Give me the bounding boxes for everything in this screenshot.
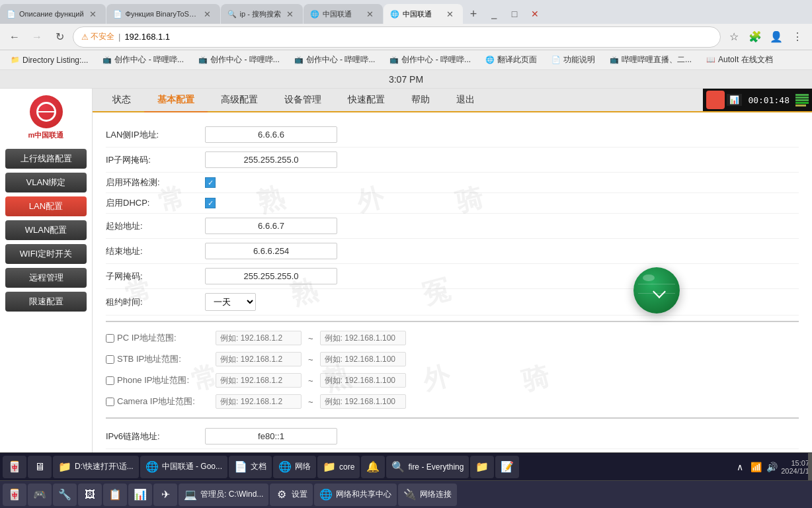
ipv6-input[interactable]: [205, 428, 337, 444]
stb-ip-checkbox[interactable]: [106, 355, 114, 364]
bookmark-directory[interactable]: 📁 Directory Listing:...: [5, 54, 93, 66]
taskbar2-app-4[interactable]: 🖼: [78, 484, 102, 506]
tab-2[interactable]: 📄 Функция BinaryToString ✕: [106, 4, 220, 24]
minimize-button[interactable]: ⎯: [484, 4, 504, 24]
top-nav-basic[interactable]: 基本配置: [144, 89, 208, 112]
lan-ip-input[interactable]: [205, 126, 337, 143]
dhcp-checkbox[interactable]: [205, 198, 216, 208]
taskbar-docs[interactable]: 📄 文档: [229, 456, 272, 478]
new-tab-button[interactable]: +: [464, 4, 483, 24]
reload-button[interactable]: ↻: [50, 28, 69, 46]
taskbar2-network-center[interactable]: 🌐 网络和共享中心: [314, 484, 397, 506]
bookmark-autoit[interactable]: 📖 AutoIt 在线文档: [701, 53, 778, 67]
taskbar-everything[interactable]: 🔍 fire - Everything: [386, 456, 469, 478]
taskbar-search-1[interactable]: 🔔: [361, 456, 385, 478]
globe-highlight: [643, 275, 655, 282]
taskbar2-app-7[interactable]: ✈: [153, 484, 177, 506]
bookmark-star-button[interactable]: ☆: [725, 28, 743, 46]
camera-ip-checkbox[interactable]: [106, 398, 114, 406]
lease-time-select[interactable]: 一天 半天 一小时: [205, 293, 256, 311]
loop-detect-checkbox[interactable]: [205, 177, 216, 188]
back-button[interactable]: ←: [5, 28, 24, 46]
phone-ip-start[interactable]: [216, 373, 302, 388]
subnet-mask-input[interactable]: [205, 151, 337, 168]
start-addr-input[interactable]: [205, 218, 337, 234]
nav-lan[interactable]: LAN配置: [5, 196, 87, 216]
taskbar2-app-1[interactable]: 🀄: [3, 484, 26, 506]
bookmark-bilibili-1[interactable]: 📺 创作中心 - 哔哩哔...: [97, 53, 189, 67]
top-nav-status[interactable]: 状态: [99, 89, 144, 112]
forward-button[interactable]: →: [28, 28, 46, 46]
taskbar-files[interactable]: 📁: [470, 456, 494, 478]
address-input[interactable]: [124, 32, 712, 42]
taskbar2-app-2[interactable]: 🎮: [28, 484, 52, 506]
taskbar-app-2[interactable]: 🖥: [28, 456, 52, 478]
tab-favicon-5: 🌐: [390, 9, 399, 19]
tab-3[interactable]: 🔍 ip - 搜狗搜索 ✕: [221, 4, 303, 24]
camera-ip-start[interactable]: [216, 394, 302, 409]
top-nav-device[interactable]: 设备管理: [271, 89, 335, 112]
end-addr-input[interactable]: [205, 243, 337, 259]
bookmark-translate[interactable]: 🌐 翻译此页面: [480, 53, 542, 67]
tray-icon-vol[interactable]: 🔊: [765, 460, 778, 474]
tab-1[interactable]: 📄 Описание функций ✕: [0, 4, 106, 24]
taskbar-app-1[interactable]: 🀄: [3, 456, 26, 478]
camera-ip-end[interactable]: [320, 394, 406, 409]
phone-ip-end[interactable]: [320, 373, 406, 388]
maximize-button[interactable]: □: [505, 4, 524, 24]
top-nav-quick[interactable]: 快速配置: [335, 89, 398, 112]
profile-button[interactable]: 👤: [767, 28, 786, 46]
tab-close-1[interactable]: ✕: [87, 8, 99, 20]
bookmark-bilibili-3[interactable]: 📺 创作中心 - 哔哩哔...: [289, 53, 381, 67]
bookmark-feature[interactable]: 📄 功能说明: [546, 53, 600, 67]
vol-bar-3: [795, 99, 809, 101]
bookmark-favicon-5: 📺: [389, 56, 399, 65]
extension-button[interactable]: 🧩: [746, 28, 764, 46]
close-window-button[interactable]: ✕: [525, 4, 545, 24]
taskbar2-app-5[interactable]: 📋: [103, 484, 127, 506]
subnet-mask2-input[interactable]: [205, 268, 337, 284]
pc-ip-end[interactable]: [320, 331, 406, 345]
pc-ip-start[interactable]: [216, 331, 302, 345]
show-desktop-button[interactable]: [808, 453, 812, 480]
nav-uplink[interactable]: 上行线路配置: [5, 149, 87, 169]
stb-ip-end[interactable]: [320, 352, 406, 366]
top-nav-help[interactable]: 帮助: [398, 89, 443, 112]
taskbar2-network-conn[interactable]: 🔌 网络连接: [398, 484, 457, 506]
taskbar-label-folder: D:\快速打开\适...: [75, 461, 134, 472]
settings-button[interactable]: ⋮: [788, 28, 807, 46]
top-nav-logout[interactable]: 退出: [443, 89, 488, 112]
nav-wifi-timer[interactable]: WIFI定时开关: [5, 244, 87, 264]
nav-vlan[interactable]: VLAN绑定: [5, 173, 87, 192]
taskbar2-settings[interactable]: ⚙ 设置: [270, 484, 313, 506]
taskbar-browser[interactable]: 🌐 中国联通 - Goo...: [140, 456, 227, 478]
nav-remote[interactable]: 远程管理: [5, 268, 87, 288]
tab-close-2[interactable]: ✕: [202, 8, 214, 20]
tray-icon-up[interactable]: ∧: [733, 460, 747, 474]
tab-4[interactable]: 🌐 中国联通 ✕: [304, 4, 383, 24]
taskbar2-app-3[interactable]: 🔧: [53, 484, 77, 506]
bookmark-bilibili-live[interactable]: 📺 哔哩哔哩直播、二...: [604, 53, 697, 67]
panel-icon-1: 📊: [729, 95, 739, 105]
tab-close-4[interactable]: ✕: [364, 8, 376, 20]
tab-close-5[interactable]: ✕: [444, 8, 456, 20]
taskbar-core[interactable]: 📁 core: [317, 456, 360, 478]
bookmark-bilibili-2[interactable]: 📺 创作中心 - 哔哩哔...: [193, 53, 285, 67]
phone-ip-checkbox[interactable]: [106, 376, 114, 385]
tray-icon-net[interactable]: 📶: [749, 460, 762, 474]
taskbar-doc2[interactable]: 📝: [495, 456, 519, 478]
taskbar-network[interactable]: 🌐 网络: [273, 456, 316, 478]
nav-speed-limit[interactable]: 限速配置: [5, 292, 87, 312]
stb-ip-start[interactable]: [216, 352, 302, 366]
tab-close-3[interactable]: ✕: [284, 8, 296, 20]
taskbar2-app-6[interactable]: 📊: [128, 484, 152, 506]
tab-5[interactable]: 🌐 中国联通 ✕: [384, 4, 463, 24]
taskbar-folder[interactable]: 📁 D:\快速打开\适...: [53, 456, 139, 478]
pc-ip-checkbox[interactable]: [106, 334, 114, 343]
nav-wlan[interactable]: WLAN配置: [5, 220, 87, 240]
tab-label-1: Описание функций: [19, 10, 84, 18]
top-nav-advanced[interactable]: 高级配置: [208, 89, 271, 112]
record-button[interactable]: [706, 91, 725, 109]
taskbar2-cmd[interactable]: 💻 管理员: C:\Wind...: [179, 484, 268, 506]
bookmark-bilibili-4[interactable]: 📺 创作中心 - 哔哩哔...: [384, 53, 476, 67]
